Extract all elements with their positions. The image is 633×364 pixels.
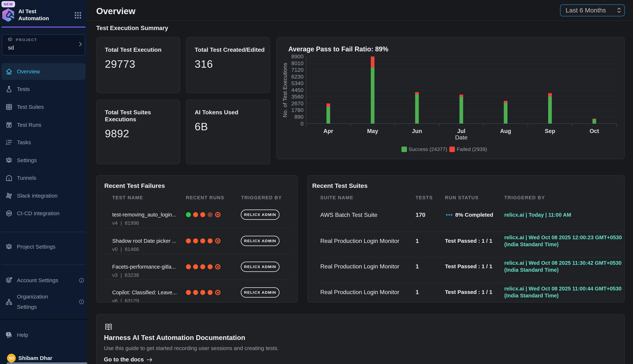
svg-text:Failed (2939): Failed (2939) — [457, 146, 487, 152]
svg-text:?: ? — [8, 333, 9, 336]
svg-text:8900: 8900 — [291, 54, 303, 60]
svg-text:Apr: Apr — [324, 128, 333, 134]
svg-text:Sep: Sep — [545, 128, 555, 134]
svg-text:2670: 2670 — [291, 100, 303, 106]
svg-text:Jul: Jul — [457, 128, 466, 134]
svg-text:4450: 4450 — [291, 87, 303, 93]
svg-text:6230: 6230 — [291, 74, 303, 80]
svg-text:Average Pass to Fail Ratio: 89: Average Pass to Fail Ratio: 89% — [288, 45, 388, 53]
svg-text:3560: 3560 — [291, 94, 303, 100]
svg-text:Date: Date — [455, 134, 468, 141]
svg-text:7120: 7120 — [291, 67, 303, 73]
svg-text:May: May — [367, 128, 378, 134]
svg-text:1780: 1780 — [291, 107, 303, 113]
svg-text:0: 0 — [300, 120, 303, 126]
svg-text:Oct: Oct — [589, 128, 599, 134]
svg-text:No. of Test Executions: No. of Test Executions — [282, 63, 288, 118]
svg-text:8010: 8010 — [291, 60, 303, 66]
svg-text:Aug: Aug — [500, 128, 511, 134]
svg-text:Success (24377): Success (24377) — [409, 146, 447, 152]
svg-text:890: 890 — [294, 114, 303, 120]
svg-text:5340: 5340 — [291, 80, 303, 86]
svg-text:Jun: Jun — [412, 128, 422, 134]
